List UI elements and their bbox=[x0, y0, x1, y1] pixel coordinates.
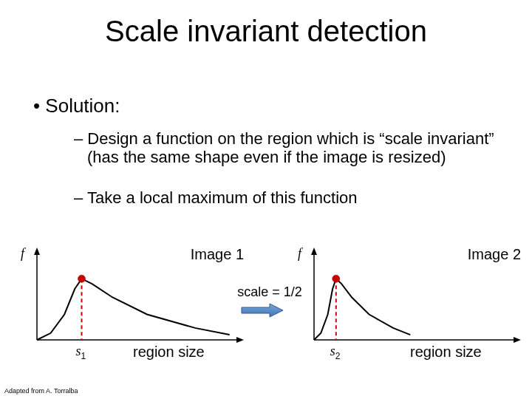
arrow-icon bbox=[240, 303, 284, 318]
chart-title-1: Image 1 bbox=[22, 246, 244, 263]
scale-note: scale = 1/2 bbox=[229, 284, 310, 300]
slide: Scale invariant detection Solution: Desi… bbox=[0, 0, 532, 399]
page-title: Scale invariant detection bbox=[0, 15, 532, 48]
subbullet-2: Take a local maximum of this function bbox=[74, 188, 502, 207]
svg-marker-3 bbox=[236, 337, 244, 343]
subbullet-1: Design a function on the region which is… bbox=[74, 129, 502, 167]
marker-label-1: s1 bbox=[76, 344, 86, 361]
xlabel-2: region size bbox=[410, 344, 482, 361]
chart-image-1: f Image 1 s1 region size bbox=[22, 248, 244, 344]
chart-image-2: f Image 2 s2 region size bbox=[299, 248, 521, 344]
attribution: Adapted from A. Torralba bbox=[4, 387, 78, 395]
chart-title-2: Image 2 bbox=[299, 246, 521, 263]
xlabel-1: region size bbox=[133, 344, 205, 361]
bullet-solution: Solution: bbox=[33, 95, 120, 117]
svg-point-11 bbox=[332, 275, 340, 282]
svg-marker-9 bbox=[514, 337, 521, 343]
marker-label-2: s2 bbox=[330, 344, 341, 361]
svg-marker-12 bbox=[242, 304, 283, 317]
svg-point-5 bbox=[78, 275, 86, 282]
